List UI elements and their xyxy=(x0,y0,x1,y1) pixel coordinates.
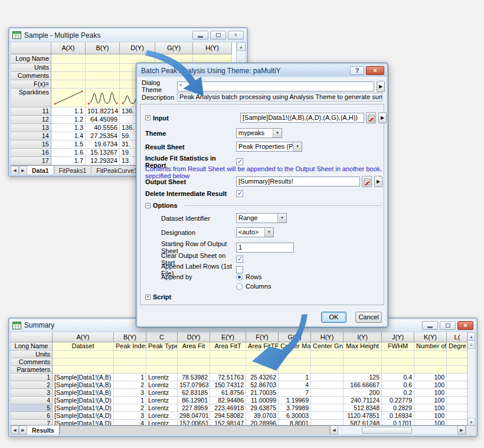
cell[interactable]: 100 xyxy=(414,389,447,397)
cell[interactable]: 29.63875 xyxy=(246,404,279,412)
cell[interactable] xyxy=(311,358,344,366)
cell[interactable] xyxy=(246,358,279,366)
cell[interactable]: 25.43262 xyxy=(246,374,279,381)
row-label[interactable]: Units xyxy=(11,64,51,72)
cell[interactable] xyxy=(311,397,344,404)
restore-button[interactable] xyxy=(210,31,226,40)
cell[interactable]: 1 xyxy=(114,374,146,381)
collapse-icon[interactable]: − xyxy=(145,203,151,208)
row-label[interactable]: Sparklines xyxy=(11,89,51,107)
theme-dropdown[interactable]: mypeaks▼ xyxy=(236,128,282,138)
cell[interactable] xyxy=(447,381,468,389)
cell[interactable]: 1120.47851 xyxy=(344,412,382,420)
cell[interactable] xyxy=(53,366,114,374)
cell[interactable]: 100 xyxy=(414,374,447,381)
cell[interactable] xyxy=(447,412,468,420)
cell[interactable] xyxy=(382,366,414,374)
row-header[interactable]: 12 xyxy=(11,116,51,124)
cell[interactable] xyxy=(51,54,86,64)
row-label[interactable]: Parameters xyxy=(11,366,53,374)
scroll-left-icon[interactable]: ◀ xyxy=(330,426,338,434)
cell[interactable]: Lorentz xyxy=(146,381,178,389)
row-header[interactable]: 14 xyxy=(11,132,51,140)
cell[interactable] xyxy=(178,351,210,358)
cell[interactable] xyxy=(53,351,114,358)
row-label[interactable]: F(x)= xyxy=(11,80,51,89)
cell[interactable] xyxy=(246,366,279,374)
cell[interactable] xyxy=(86,72,120,80)
delete-intermediate-checkbox[interactable] xyxy=(236,190,243,197)
cell[interactable] xyxy=(86,80,120,89)
cell[interactable] xyxy=(311,366,344,374)
cell[interactable]: 64.45099 xyxy=(86,116,120,124)
tab-data1[interactable]: Data1 xyxy=(27,166,54,174)
cell[interactable]: 82.94486 xyxy=(210,397,246,404)
corner-cell[interactable] xyxy=(11,42,51,54)
result-sheet-dropdown[interactable]: Peak Properties (Pro)▼ xyxy=(236,142,302,152)
cell[interactable] xyxy=(51,72,86,80)
cell[interactable]: 100 xyxy=(414,397,447,404)
column-header[interactable]: G(Y) xyxy=(155,42,193,54)
cell[interactable]: Lorentz xyxy=(146,404,178,412)
cell[interactable]: 1.3 xyxy=(51,124,86,132)
cell[interactable]: 2 xyxy=(114,404,146,412)
cell[interactable] xyxy=(51,64,86,72)
row-header[interactable]: 1 xyxy=(11,374,53,381)
cell[interactable] xyxy=(210,351,246,358)
cell[interactable]: [Sample]Data1!(A,B) xyxy=(53,374,114,381)
column-header[interactable]: A(Y) xyxy=(53,332,114,342)
input-field[interactable]: [Sample]Data1!((A,B),(A,D),(A,G),(A,H)) xyxy=(240,113,364,123)
append-columns-radio[interactable] xyxy=(236,283,243,290)
row-header[interactable]: 13 xyxy=(11,124,51,132)
column-header[interactable]: D(Y) xyxy=(120,42,155,54)
cell[interactable] xyxy=(210,358,246,366)
cell[interactable]: 11.00099 xyxy=(246,397,279,404)
long-name-cell[interactable]: Max Height xyxy=(344,342,382,351)
cell[interactable]: 200 xyxy=(344,389,382,397)
cell[interactable]: [Sample]Data1!(A,D) xyxy=(53,397,114,404)
cell[interactable] xyxy=(246,351,279,358)
h-scroll-track[interactable] xyxy=(338,426,457,434)
cell[interactable] xyxy=(447,374,468,381)
column-header[interactable]: I(Y) xyxy=(344,332,382,342)
dataset-identifier-dropdown[interactable]: Range▼ xyxy=(236,213,287,223)
cell[interactable]: 227.8959 xyxy=(178,404,210,412)
long-name-cell[interactable]: Area Fit xyxy=(178,342,210,351)
row-header[interactable]: 16 xyxy=(11,149,51,157)
cell[interactable]: [Sample]Data1!(A,D) xyxy=(53,412,114,420)
include-fit-checkbox[interactable] xyxy=(236,158,243,165)
long-name-cell[interactable]: Center Max xyxy=(279,342,311,351)
cell[interactable]: 0.4 xyxy=(382,374,414,381)
cell[interactable] xyxy=(344,366,382,374)
cell[interactable]: 512.8348 xyxy=(344,404,382,412)
h-scroll-thumb[interactable] xyxy=(362,427,412,434)
range-select-icon[interactable] xyxy=(366,112,376,123)
cell[interactable]: 100 xyxy=(414,404,447,412)
long-name-cell[interactable]: Dataset xyxy=(53,342,114,351)
cell[interactable]: 1.7 xyxy=(51,157,86,165)
cell[interactable] xyxy=(114,358,146,366)
cell[interactable] xyxy=(447,404,468,412)
cell[interactable]: 101.82214 xyxy=(86,107,120,116)
cell[interactable] xyxy=(146,351,178,358)
cell[interactable]: 3 xyxy=(114,389,146,397)
cell[interactable]: 0.22779 xyxy=(382,397,414,404)
dialog-titlebar[interactable]: Batch Peak Analysis Using Theme: paMulti… xyxy=(138,64,387,77)
cell[interactable] xyxy=(447,389,468,397)
row-header[interactable]: 2 xyxy=(11,381,53,389)
cell[interactable]: 52.86703 xyxy=(246,381,279,389)
cell[interactable]: 1 xyxy=(279,374,311,381)
cell[interactable]: 1 xyxy=(114,397,146,404)
cell[interactable] xyxy=(311,404,344,412)
minimize-button[interactable] xyxy=(192,31,208,40)
cancel-button[interactable]: Cancel xyxy=(355,312,382,323)
cell[interactable] xyxy=(53,358,114,366)
row-header[interactable]: 17 xyxy=(11,157,51,165)
scrollbar-splitter[interactable]: ≡ xyxy=(467,341,475,349)
expand-icon[interactable]: + xyxy=(145,295,151,300)
long-name-cell[interactable]: Peak Type xyxy=(146,342,178,351)
cell[interactable]: Lorentz xyxy=(146,397,178,404)
maximize-button[interactable] xyxy=(440,321,456,330)
cell[interactable]: 100 xyxy=(414,412,447,420)
column-header[interactable]: B(Y) xyxy=(86,42,120,54)
